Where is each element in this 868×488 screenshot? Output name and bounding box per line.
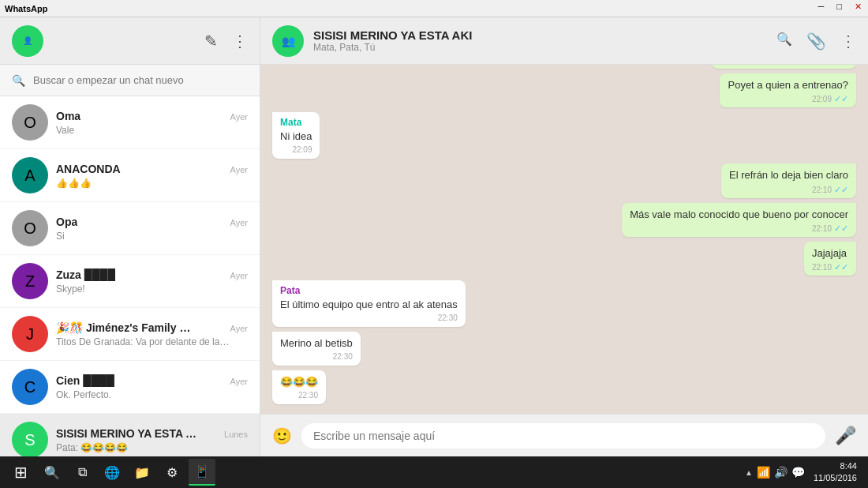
chat-name-row: SISISI MERINO YA ESTA AKI Lunes xyxy=(56,427,248,440)
chat-item-avatar: S xyxy=(12,422,48,456)
chat-item-info: Oma Ayer Vale xyxy=(56,110,248,136)
taskbar-task-view-btn[interactable]: ⧉ xyxy=(69,459,95,486)
chat-list-item[interactable]: C Cien ████ Ayer Ok. Perfecto. xyxy=(0,361,260,414)
microphone-icon[interactable]: 🎤 xyxy=(835,426,856,446)
chat-item-time: Ayer xyxy=(230,324,248,333)
chat-input-area: 🙂 🎤 xyxy=(260,414,868,456)
close-btn[interactable]: ✕ xyxy=(851,2,865,12)
user-avatar[interactable]: 👤 xyxy=(12,25,43,57)
chat-name-row: Cien ████ Ayer xyxy=(56,374,248,387)
search-icon: 🔍 xyxy=(12,74,25,87)
tick-icon: ✓✓ xyxy=(834,262,848,272)
message-sender: Mata xyxy=(280,117,312,128)
taskbar-search-btn[interactable]: 🔍 xyxy=(39,459,65,486)
chat-list-item[interactable]: J 🎉🎊 Jiménez's Family 🎉🎊 Ayer Titos De G… xyxy=(0,308,260,361)
tick-icon: ✓✓ xyxy=(834,185,848,195)
chat-item-info: Cien ████ Ayer Ok. Perfecto. xyxy=(56,374,248,400)
message-sender: Pata xyxy=(280,285,458,296)
window-controls[interactable]: ─ □ ✕ xyxy=(815,2,865,12)
attach-icon[interactable]: 📎 xyxy=(806,32,826,51)
chat-item-time: Ayer xyxy=(230,377,248,386)
message-outgoing: Jajajaja 22:10 ✓✓ xyxy=(272,242,856,276)
sidebar-header-icons: ✎ ⋮ xyxy=(204,32,248,51)
chat-item-name: ANACONDA xyxy=(56,163,121,175)
taskbar-tray: ▲ 📶 🔊 💬 8:44 11/05/2016 xyxy=(745,460,862,485)
chat-item-info: Opa Ayer Si xyxy=(56,216,248,242)
chat-item-preview: Ok. Perfecto. xyxy=(56,389,230,400)
chat-item-name: Zuza ████ xyxy=(56,268,115,281)
taskbar-settings-btn[interactable]: ⚙ xyxy=(159,459,185,486)
chat-item-info: Zuza ████ Ayer Skype! xyxy=(56,268,248,295)
chat-item-avatar: O xyxy=(12,104,48,141)
taskbar-ie-btn[interactable]: 🌐 xyxy=(99,459,125,486)
chat-item-info: SISISI MERINO YA ESTA AKI Lunes Pata: 😂😂… xyxy=(56,427,248,453)
message-time: 22:30 xyxy=(280,352,353,361)
message-bubble: Pata El último equipo que entro al ak at… xyxy=(272,280,466,327)
start-button[interactable]: ⊞ xyxy=(6,463,36,482)
chat-item-time: Ayer xyxy=(230,112,248,122)
search-input[interactable] xyxy=(33,74,248,86)
chat-name-row: Opa Ayer xyxy=(56,216,248,228)
message-outgoing: Poyet a quien a entrenao? 22:09 ✓✓ xyxy=(272,73,856,107)
chat-item-name: Oma xyxy=(56,110,80,122)
taskbar-whatsapp-btn[interactable]: 📱 xyxy=(189,459,215,486)
chat-item-avatar: Z xyxy=(12,263,48,299)
messages-container: Mata Pero era lo normal q ficharan a un … xyxy=(260,65,868,414)
chat-item-preview: Vale xyxy=(56,125,230,136)
message-incoming: Mata Ni idea 22:09 xyxy=(272,112,856,159)
chat-item-time: Lunes xyxy=(224,430,248,439)
chat-list-item[interactable]: O Oma Ayer Vale xyxy=(0,96,260,149)
taskbar-date-value: 11/05/2016 xyxy=(814,472,857,484)
maximize-btn[interactable]: □ xyxy=(833,2,845,12)
message-time: 22:30 xyxy=(280,391,318,400)
message-text: 😂😂😂 xyxy=(280,375,318,389)
search-chat-icon[interactable]: 🔍 xyxy=(776,32,792,51)
taskbar-notification-icon: 💬 xyxy=(791,466,805,479)
chat-list-item[interactable]: A ANACONDA Ayer 👍👍👍 xyxy=(0,149,260,202)
message-time: 22:10 ✓✓ xyxy=(630,223,848,234)
message-bubble: Jajajaja 22:10 ✓✓ xyxy=(804,242,856,276)
new-chat-icon[interactable]: ✎ xyxy=(204,32,218,51)
chat-name-row: Oma Ayer xyxy=(56,110,248,122)
sidebar-search: 🔍 xyxy=(0,65,260,96)
chat-list-item[interactable]: Z Zuza ████ Ayer Skype! xyxy=(0,255,260,308)
chat-item-avatar: A xyxy=(12,157,48,193)
message-bubble: Merino al betisb 22:30 xyxy=(272,332,361,366)
chat-avatar[interactable]: 👥 xyxy=(272,25,304,57)
taskbar: ⊞ 🔍 ⧉ 🌐 📁 ⚙ 📱 ▲ 📶 🔊 💬 8:44 11/05/2016 xyxy=(0,456,868,488)
message-time: 22:09 xyxy=(280,145,312,154)
message-time: 22:08 ✓✓ xyxy=(720,65,848,66)
more-chat-icon[interactable]: ⋮ xyxy=(840,32,856,51)
minimize-btn[interactable]: ─ xyxy=(815,2,828,12)
message-incoming: Pata El último equipo que entro al ak at… xyxy=(272,280,856,327)
message-outgoing: Más vale malo conocido que bueno por con… xyxy=(272,203,856,237)
message-text: Merino al betisb xyxy=(280,336,353,351)
message-bubble: Era lo único que se le exigía 22:08 ✓✓ xyxy=(712,65,856,69)
message-text: El último equipo que entro al ak atenas xyxy=(280,298,458,312)
message-input[interactable] xyxy=(301,423,825,449)
chat-item-time: Ayer xyxy=(230,165,248,175)
taskbar-chevron-icon[interactable]: ▲ xyxy=(745,468,753,477)
chat-item-name: Cien ████ xyxy=(56,374,114,387)
taskbar-network-icon: 📶 xyxy=(757,466,770,479)
chat-item-info: 🎉🎊 Jiménez's Family 🎉🎊 Ayer Titos De Gra… xyxy=(56,321,248,347)
message-text: Jajajaja xyxy=(812,246,848,261)
chat-list-item[interactable]: O Opa Ayer Si xyxy=(0,202,260,255)
more-options-icon[interactable]: ⋮ xyxy=(232,32,248,51)
message-text: Más vale malo conocido que bueno por con… xyxy=(630,208,848,222)
emoji-icon[interactable]: 🙂 xyxy=(272,426,292,445)
chat-name-row: 🎉🎊 Jiménez's Family 🎉🎊 Ayer xyxy=(56,321,248,334)
taskbar-explorer-btn[interactable]: 📁 xyxy=(129,459,155,486)
chat-item-avatar: O xyxy=(12,210,48,246)
title-bar: WhatsApp ─ □ ✕ xyxy=(0,0,868,17)
chat-list: O Oma Ayer Vale A ANACONDA Ayer 👍👍👍 O Op… xyxy=(0,96,260,456)
message-time: 22:10 ✓✓ xyxy=(729,185,848,195)
chat-list-item[interactable]: S SISISI MERINO YA ESTA AKI Lunes Pata: … xyxy=(0,414,260,456)
message-text: Ni idea xyxy=(280,130,312,144)
message-bubble: Mata Ni idea 22:09 xyxy=(272,112,320,159)
message-time: 22:10 ✓✓ xyxy=(812,262,848,272)
tick-icon: ✓✓ xyxy=(834,94,848,104)
chat-item-preview: Skype! xyxy=(56,283,230,295)
chat-item-name: Opa xyxy=(56,216,77,228)
tick-icon: ✓✓ xyxy=(834,65,848,66)
